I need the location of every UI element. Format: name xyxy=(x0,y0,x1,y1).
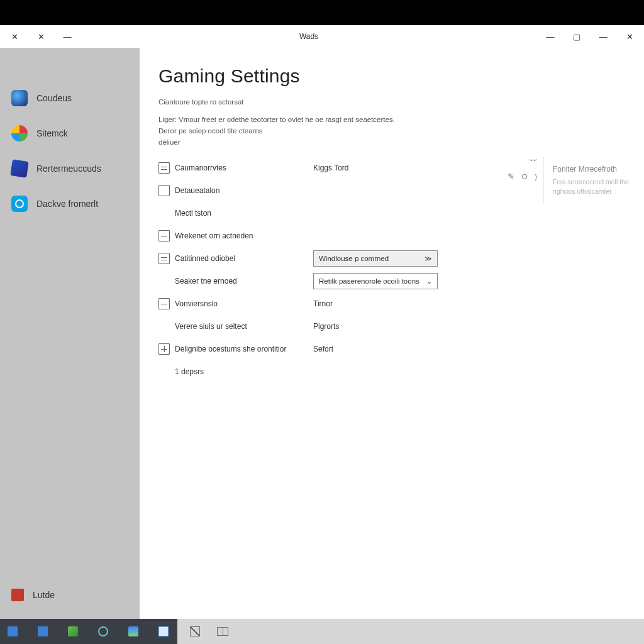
close-button-left-2[interactable]: ✕ xyxy=(30,28,52,45)
info-card-title: Foniter Mrrecefroth xyxy=(553,165,636,174)
blank-icon xyxy=(158,275,170,287)
titlebar: ✕ ✕ — Wads — ▢ — ✕ xyxy=(0,25,644,48)
taskbar-app-3[interactable] xyxy=(67,625,79,638)
page-desc-line: Liger: Vmour freet er odethe teotorter t… xyxy=(158,116,395,123)
setting-label: Wrekenet orn actneden xyxy=(175,231,313,240)
gaming-icon xyxy=(11,90,28,106)
search-icon[interactable]: O xyxy=(522,173,528,180)
minimize-button[interactable]: — xyxy=(540,28,561,45)
taskbar-app-2[interactable] xyxy=(36,625,49,638)
window-title: Wads xyxy=(78,32,540,41)
info-icon[interactable]: ) xyxy=(535,173,537,180)
blank-icon xyxy=(158,366,170,377)
setting-row[interactable]: Mectl tston xyxy=(158,204,625,222)
dash-icon xyxy=(158,230,170,242)
info-card-text: Frss serercocend moll the nghcics offodc… xyxy=(553,177,636,196)
close-button-left-1[interactable]: ✕ xyxy=(4,28,25,45)
sidebar-item-rertermeuccuds[interactable]: Rertermeuccuds xyxy=(0,151,140,186)
wave-icon: 〰 xyxy=(529,156,537,165)
setting-label: Mectl tston xyxy=(175,209,313,218)
page-title: Gaming Settings xyxy=(158,65,625,87)
chevron-right-icon: ≫ xyxy=(425,255,432,263)
info-card: Foniter Mrrecefroth Frss serercocend mol… xyxy=(543,157,644,203)
sidebar-item-label: Coudeus xyxy=(36,93,72,103)
setting-row[interactable]: Verere siuls ur seltect Pigrorts xyxy=(158,318,625,335)
minimize-button-left[interactable]: — xyxy=(57,28,78,45)
target-icon xyxy=(11,196,28,212)
page-subtitle: Ciantoure topte ro sctorsat xyxy=(158,98,625,106)
sidebar-item-label: Sitemck xyxy=(36,128,68,138)
taskbar-app-1[interactable] xyxy=(6,625,19,638)
maximize-button[interactable]: ▢ xyxy=(566,28,587,45)
setting-label: Caumanorrvtes xyxy=(175,164,313,172)
setting-row[interactable]: Vonviersnslo Tirnor xyxy=(158,295,625,313)
taskbar-app-4[interactable] xyxy=(97,625,109,638)
setting-label: Detaueatalon xyxy=(175,186,313,195)
sidebar-item-label: Rertermeuccuds xyxy=(36,164,101,174)
taskbar-app-5[interactable] xyxy=(127,625,140,638)
main-content: Gaming Settings Ciantoure topte ro sctor… xyxy=(140,48,644,619)
sidebar-item-coudeus[interactable]: Coudeus xyxy=(0,80,140,116)
setting-row[interactable]: Wrekenet orn actneden xyxy=(158,227,625,245)
app-icon xyxy=(11,589,24,601)
taskbar-split-icon[interactable] xyxy=(216,625,229,638)
setting-label: Seaker tne ernoed xyxy=(175,277,313,286)
sidebar: Coudeus Sitemck Rertermeuccuds Dackve fr… xyxy=(0,48,140,619)
sidebar-item-label: Lutde xyxy=(33,590,55,600)
setting-value-dropdown: Retilk paserenorole ocoili toons ⌄ xyxy=(313,273,625,289)
taskbar-dark-section xyxy=(0,619,177,644)
blank-icon xyxy=(158,208,170,219)
setting-value: Pigrorts xyxy=(313,322,625,331)
page-desc-line: déliuer xyxy=(158,138,180,146)
dropdown-value: Windlouse p comrned xyxy=(319,255,389,262)
list-icon xyxy=(158,253,170,264)
close-button[interactable]: ✕ xyxy=(619,28,640,45)
setting-row[interactable]: Catitinned odiobel Windlouse p comrned ≫ xyxy=(158,250,625,267)
list-icon xyxy=(158,162,170,174)
setting-label: Vonviersnslo xyxy=(175,299,313,308)
setting-value: Tirnor xyxy=(313,299,625,308)
sidebar-item-dackve[interactable]: Dackve fromerlt xyxy=(0,186,140,221)
sidebar-item-lutde[interactable]: Lutde xyxy=(0,577,140,613)
setting-row[interactable]: Delignibe ocestums she orontitior Sefort xyxy=(158,340,625,358)
taskbar xyxy=(0,619,644,644)
taskbar-app-6[interactable] xyxy=(157,625,170,638)
taskbar-light-section xyxy=(177,619,644,644)
dropdown-seaker[interactable]: Retilk paserenorole ocoili toons ⌄ xyxy=(313,273,438,289)
setting-value: Sefort xyxy=(313,345,625,353)
blank-icon xyxy=(158,321,170,332)
dropdown-catitinned[interactable]: Windlouse p comrned ≫ xyxy=(313,250,438,267)
setting-label: 1 depsrs xyxy=(175,367,313,376)
page-desc-line: Deror pe soiep ocodl tite ctearns xyxy=(158,127,263,135)
setting-row[interactable]: 1 depsrs xyxy=(158,363,625,380)
shield-icon xyxy=(10,159,28,177)
info-icon-group: 〰 ✎ O ) xyxy=(508,156,537,181)
sidebar-item-label: Dackve fromerlt xyxy=(36,199,98,209)
box-icon xyxy=(158,185,170,196)
color-wheel-icon xyxy=(11,125,28,142)
setting-label: Catitinned odiobel xyxy=(175,254,313,263)
setting-value-dropdown: Windlouse p comrned ≫ xyxy=(313,250,625,267)
chevron-down-icon: ⌄ xyxy=(426,277,432,286)
edit-icon[interactable]: ✎ xyxy=(508,172,514,181)
grid-icon xyxy=(158,343,170,355)
setting-label: Delignibe ocestums she orontitior xyxy=(175,345,313,353)
dropdown-value: Retilk paserenorole ocoili toons xyxy=(319,277,419,285)
dash-icon xyxy=(158,298,170,309)
setting-label: Verere siuls ur seltect xyxy=(175,322,313,331)
minimize-button-2[interactable]: — xyxy=(592,28,614,45)
taskbar-taskview-icon[interactable] xyxy=(189,625,201,638)
page-description: Liger: Vmour freet er odethe teotorter t… xyxy=(158,114,486,148)
setting-row[interactable]: Seaker tne ernoed Retilk paserenorole oc… xyxy=(158,272,625,290)
sidebar-item-sitemck[interactable]: Sitemck xyxy=(0,116,140,151)
